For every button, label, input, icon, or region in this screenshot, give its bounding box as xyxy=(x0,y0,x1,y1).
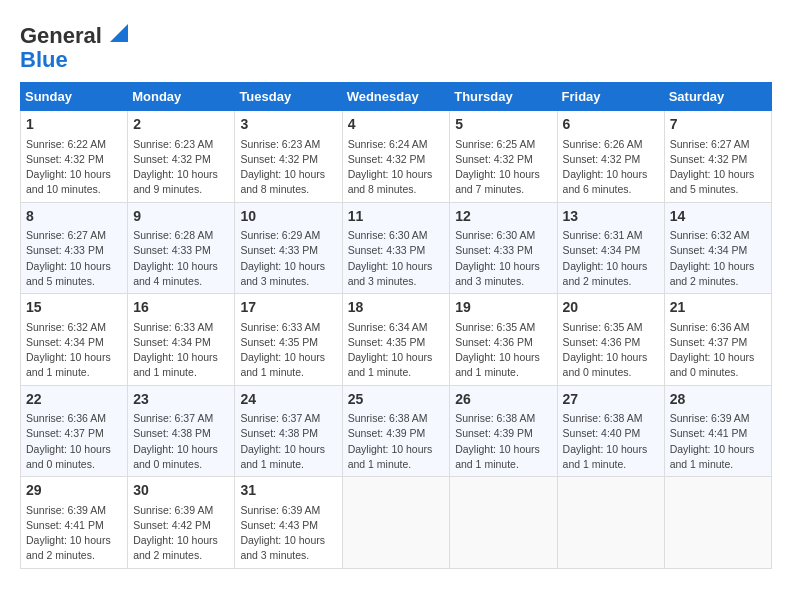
calendar-table: SundayMondayTuesdayWednesdayThursdayFrid… xyxy=(20,82,772,568)
header-thursday: Thursday xyxy=(450,83,557,111)
day-info: Sunrise: 6:38 AMSunset: 4:39 PMDaylight:… xyxy=(455,411,551,472)
day-number: 30 xyxy=(133,481,229,501)
calendar-cell: 24Sunrise: 6:37 AMSunset: 4:38 PMDayligh… xyxy=(235,385,342,476)
logo: General Blue xyxy=(20,20,128,72)
calendar-cell: 22Sunrise: 6:36 AMSunset: 4:37 PMDayligh… xyxy=(21,385,128,476)
day-number: 2 xyxy=(133,115,229,135)
day-info: Sunrise: 6:39 AMSunset: 4:41 PMDaylight:… xyxy=(26,503,122,564)
header-sunday: Sunday xyxy=(21,83,128,111)
day-info: Sunrise: 6:27 AMSunset: 4:33 PMDaylight:… xyxy=(26,228,122,289)
calendar-cell: 21Sunrise: 6:36 AMSunset: 4:37 PMDayligh… xyxy=(664,294,771,385)
calendar-cell xyxy=(342,477,450,568)
calendar-cell: 16Sunrise: 6:33 AMSunset: 4:34 PMDayligh… xyxy=(128,294,235,385)
logo-icon xyxy=(106,20,128,42)
calendar-week-1: 1Sunrise: 6:22 AMSunset: 4:32 PMDaylight… xyxy=(21,111,772,202)
day-info: Sunrise: 6:39 AMSunset: 4:43 PMDaylight:… xyxy=(240,503,336,564)
day-number: 1 xyxy=(26,115,122,135)
calendar-cell: 26Sunrise: 6:38 AMSunset: 4:39 PMDayligh… xyxy=(450,385,557,476)
day-info: Sunrise: 6:39 AMSunset: 4:41 PMDaylight:… xyxy=(670,411,766,472)
day-info: Sunrise: 6:38 AMSunset: 4:39 PMDaylight:… xyxy=(348,411,445,472)
day-info: Sunrise: 6:29 AMSunset: 4:33 PMDaylight:… xyxy=(240,228,336,289)
day-info: Sunrise: 6:34 AMSunset: 4:35 PMDaylight:… xyxy=(348,320,445,381)
calendar-week-3: 15Sunrise: 6:32 AMSunset: 4:34 PMDayligh… xyxy=(21,294,772,385)
day-number: 26 xyxy=(455,390,551,410)
logo-text-blue: Blue xyxy=(20,48,68,72)
day-number: 13 xyxy=(563,207,659,227)
day-number: 18 xyxy=(348,298,445,318)
calendar-week-5: 29Sunrise: 6:39 AMSunset: 4:41 PMDayligh… xyxy=(21,477,772,568)
day-number: 27 xyxy=(563,390,659,410)
calendar-cell: 11Sunrise: 6:30 AMSunset: 4:33 PMDayligh… xyxy=(342,202,450,293)
calendar-cell: 19Sunrise: 6:35 AMSunset: 4:36 PMDayligh… xyxy=(450,294,557,385)
calendar-header-row: SundayMondayTuesdayWednesdayThursdayFrid… xyxy=(21,83,772,111)
day-info: Sunrise: 6:32 AMSunset: 4:34 PMDaylight:… xyxy=(26,320,122,381)
day-number: 19 xyxy=(455,298,551,318)
calendar-cell: 25Sunrise: 6:38 AMSunset: 4:39 PMDayligh… xyxy=(342,385,450,476)
calendar-cell: 27Sunrise: 6:38 AMSunset: 4:40 PMDayligh… xyxy=(557,385,664,476)
day-info: Sunrise: 6:26 AMSunset: 4:32 PMDaylight:… xyxy=(563,137,659,198)
header-tuesday: Tuesday xyxy=(235,83,342,111)
day-number: 24 xyxy=(240,390,336,410)
header-saturday: Saturday xyxy=(664,83,771,111)
svg-marker-0 xyxy=(110,24,128,42)
day-number: 14 xyxy=(670,207,766,227)
day-info: Sunrise: 6:27 AMSunset: 4:32 PMDaylight:… xyxy=(670,137,766,198)
calendar-cell: 23Sunrise: 6:37 AMSunset: 4:38 PMDayligh… xyxy=(128,385,235,476)
calendar-week-2: 8Sunrise: 6:27 AMSunset: 4:33 PMDaylight… xyxy=(21,202,772,293)
calendar-cell: 30Sunrise: 6:39 AMSunset: 4:42 PMDayligh… xyxy=(128,477,235,568)
calendar-cell: 9Sunrise: 6:28 AMSunset: 4:33 PMDaylight… xyxy=(128,202,235,293)
day-info: Sunrise: 6:33 AMSunset: 4:34 PMDaylight:… xyxy=(133,320,229,381)
day-info: Sunrise: 6:22 AMSunset: 4:32 PMDaylight:… xyxy=(26,137,122,198)
day-number: 29 xyxy=(26,481,122,501)
day-number: 10 xyxy=(240,207,336,227)
day-info: Sunrise: 6:37 AMSunset: 4:38 PMDaylight:… xyxy=(133,411,229,472)
day-info: Sunrise: 6:23 AMSunset: 4:32 PMDaylight:… xyxy=(240,137,336,198)
calendar-cell: 29Sunrise: 6:39 AMSunset: 4:41 PMDayligh… xyxy=(21,477,128,568)
calendar-cell: 31Sunrise: 6:39 AMSunset: 4:43 PMDayligh… xyxy=(235,477,342,568)
calendar-cell: 28Sunrise: 6:39 AMSunset: 4:41 PMDayligh… xyxy=(664,385,771,476)
day-number: 4 xyxy=(348,115,445,135)
day-info: Sunrise: 6:23 AMSunset: 4:32 PMDaylight:… xyxy=(133,137,229,198)
calendar-cell: 14Sunrise: 6:32 AMSunset: 4:34 PMDayligh… xyxy=(664,202,771,293)
calendar-cell: 13Sunrise: 6:31 AMSunset: 4:34 PMDayligh… xyxy=(557,202,664,293)
day-info: Sunrise: 6:32 AMSunset: 4:34 PMDaylight:… xyxy=(670,228,766,289)
header-monday: Monday xyxy=(128,83,235,111)
calendar-cell: 2Sunrise: 6:23 AMSunset: 4:32 PMDaylight… xyxy=(128,111,235,202)
day-info: Sunrise: 6:33 AMSunset: 4:35 PMDaylight:… xyxy=(240,320,336,381)
day-info: Sunrise: 6:25 AMSunset: 4:32 PMDaylight:… xyxy=(455,137,551,198)
day-number: 8 xyxy=(26,207,122,227)
calendar-cell: 10Sunrise: 6:29 AMSunset: 4:33 PMDayligh… xyxy=(235,202,342,293)
day-number: 23 xyxy=(133,390,229,410)
day-number: 9 xyxy=(133,207,229,227)
calendar-cell xyxy=(450,477,557,568)
day-number: 22 xyxy=(26,390,122,410)
day-number: 20 xyxy=(563,298,659,318)
day-info: Sunrise: 6:36 AMSunset: 4:37 PMDaylight:… xyxy=(26,411,122,472)
day-info: Sunrise: 6:30 AMSunset: 4:33 PMDaylight:… xyxy=(455,228,551,289)
calendar-cell: 17Sunrise: 6:33 AMSunset: 4:35 PMDayligh… xyxy=(235,294,342,385)
calendar-cell: 3Sunrise: 6:23 AMSunset: 4:32 PMDaylight… xyxy=(235,111,342,202)
day-info: Sunrise: 6:37 AMSunset: 4:38 PMDaylight:… xyxy=(240,411,336,472)
day-number: 28 xyxy=(670,390,766,410)
header-friday: Friday xyxy=(557,83,664,111)
day-number: 21 xyxy=(670,298,766,318)
day-number: 15 xyxy=(26,298,122,318)
calendar-cell: 18Sunrise: 6:34 AMSunset: 4:35 PMDayligh… xyxy=(342,294,450,385)
day-number: 6 xyxy=(563,115,659,135)
logo-text-general: General xyxy=(20,24,102,48)
calendar-cell xyxy=(664,477,771,568)
day-number: 31 xyxy=(240,481,336,501)
calendar-cell: 12Sunrise: 6:30 AMSunset: 4:33 PMDayligh… xyxy=(450,202,557,293)
day-info: Sunrise: 6:39 AMSunset: 4:42 PMDaylight:… xyxy=(133,503,229,564)
calendar-cell: 8Sunrise: 6:27 AMSunset: 4:33 PMDaylight… xyxy=(21,202,128,293)
page-header: General Blue xyxy=(20,20,772,72)
day-info: Sunrise: 6:38 AMSunset: 4:40 PMDaylight:… xyxy=(563,411,659,472)
day-number: 5 xyxy=(455,115,551,135)
day-info: Sunrise: 6:35 AMSunset: 4:36 PMDaylight:… xyxy=(563,320,659,381)
day-info: Sunrise: 6:28 AMSunset: 4:33 PMDaylight:… xyxy=(133,228,229,289)
calendar-cell xyxy=(557,477,664,568)
day-info: Sunrise: 6:24 AMSunset: 4:32 PMDaylight:… xyxy=(348,137,445,198)
calendar-cell: 1Sunrise: 6:22 AMSunset: 4:32 PMDaylight… xyxy=(21,111,128,202)
day-info: Sunrise: 6:35 AMSunset: 4:36 PMDaylight:… xyxy=(455,320,551,381)
calendar-cell: 4Sunrise: 6:24 AMSunset: 4:32 PMDaylight… xyxy=(342,111,450,202)
